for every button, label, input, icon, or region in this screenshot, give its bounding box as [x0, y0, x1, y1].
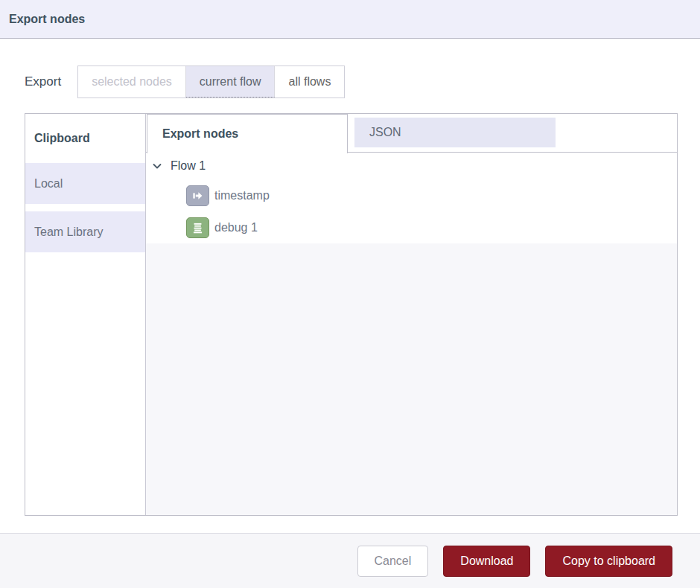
- inject-arrow-icon: [186, 185, 209, 206]
- copy-to-clipboard-button[interactable]: Copy to clipboard: [545, 546, 672, 577]
- tree-row-node[interactable]: timestamp: [146, 179, 677, 211]
- sidebar-item-team-library[interactable]: Team Library: [25, 211, 145, 252]
- export-panel: Clipboard Local Team Library Export node…: [25, 113, 678, 516]
- current-flow-button[interactable]: current flow: [186, 66, 276, 98]
- chevron-down-icon[interactable]: [152, 161, 162, 171]
- export-scope-button-group: selected nodes current flow all flows: [77, 65, 345, 98]
- node-label: timestamp: [214, 189, 270, 202]
- sidebar-item-label: Team Library: [34, 226, 103, 239]
- sidebar-item-label: Local: [34, 177, 63, 191]
- export-scope-row: Export selected nodes current flow all f…: [25, 65, 345, 98]
- selected-nodes-button[interactable]: selected nodes: [78, 66, 186, 98]
- dialog-header: Export nodes: [0, 0, 700, 39]
- tab-json[interactable]: JSON: [354, 118, 556, 147]
- dialog-title: Export nodes: [9, 13, 85, 26]
- tab-export-nodes[interactable]: Export nodes: [147, 114, 348, 153]
- export-node-tree: Flow 1 timestamp: [146, 153, 677, 515]
- export-nodes-dialog: Export nodes Export selected nodes curre…: [0, 0, 700, 588]
- export-tabbar: Export nodes JSON: [146, 114, 677, 153]
- flow-label: Flow 1: [171, 159, 206, 173]
- sidebar-heading-clipboard: Clipboard: [25, 114, 145, 163]
- tab-label: JSON: [369, 126, 401, 139]
- export-panel-content: Export nodes JSON Flow 1: [146, 114, 677, 515]
- cancel-button[interactable]: Cancel: [357, 546, 429, 577]
- sidebar-item-local[interactable]: Local: [25, 163, 145, 204]
- all-flows-button[interactable]: all flows: [275, 66, 344, 98]
- debug-lines-icon: [186, 217, 209, 238]
- tab-label: Export nodes: [162, 127, 238, 141]
- download-button[interactable]: Download: [443, 546, 530, 577]
- tree-row-node[interactable]: debug 1: [146, 211, 677, 243]
- library-sidebar: Clipboard Local Team Library: [25, 114, 146, 515]
- tree-row-flow[interactable]: Flow 1: [146, 153, 677, 179]
- dialog-footer: Cancel Download Copy to clipboard: [0, 533, 700, 588]
- tree-empty-area: [146, 243, 677, 515]
- node-label: debug 1: [214, 221, 258, 234]
- export-scope-label: Export: [25, 74, 61, 89]
